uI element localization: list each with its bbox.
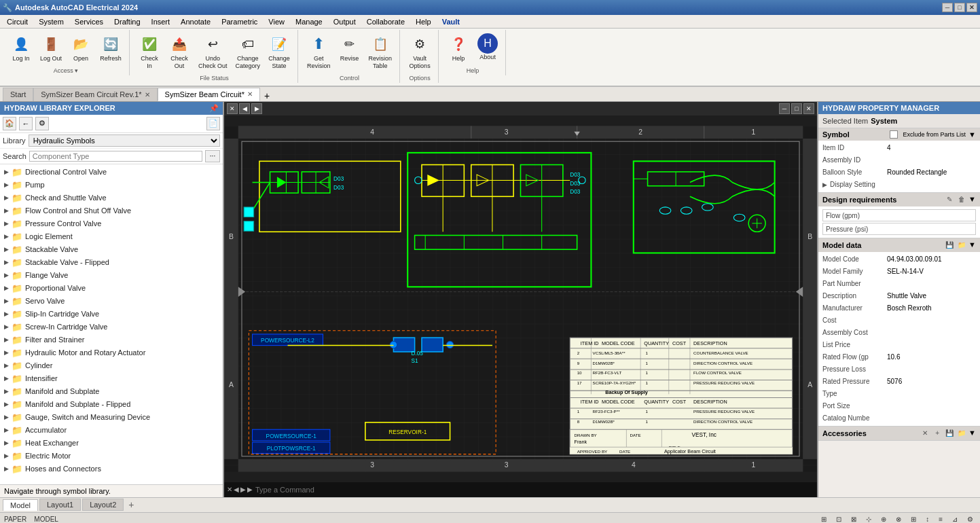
tab-symsizer-active[interactable]: SymSizer Beam Circuit* ✕ — [158, 88, 260, 101]
accessories-header[interactable]: Accessories ✕ + 💾 📁 ▼ — [818, 427, 980, 440]
cmd-nav-button[interactable]: ▶ — [247, 486, 253, 493]
menu-annotate[interactable]: Annotate — [175, 16, 216, 27]
restore-button[interactable]: □ — [954, 3, 965, 12]
undo-check-out-button[interactable]: ↩ UndoCheck Out — [195, 31, 231, 72]
canvas-nav-left[interactable]: ◀ — [239, 103, 250, 114]
tree-item-check-shuttle[interactable]: ▶ 📁 Check and Shuttle Valve — [0, 192, 223, 204]
menu-parametric[interactable]: Parametric — [216, 16, 263, 27]
tree-item-gauge[interactable]: ▶ 📁 Gauge, Switch and Measuring Device — [0, 411, 223, 424]
change-state-button[interactable]: 📝 ChangeState — [265, 31, 293, 72]
menu-output[interactable]: Output — [328, 16, 361, 27]
otrack-button[interactable]: ⊗ — [893, 516, 904, 523]
menu-collaborate[interactable]: Collaborate — [361, 16, 410, 27]
design-req-edit-button[interactable]: ✎ — [944, 195, 955, 204]
cmd-back-button[interactable]: ◀ — [234, 486, 239, 493]
toolbar-back-button[interactable]: ← — [19, 117, 33, 130]
tree-item-flow-control[interactable]: ▶ 📁 Flow Control and Shut Off Valve — [0, 204, 223, 217]
canvas-nav-right[interactable]: ▶ — [251, 103, 262, 114]
exclude-checkbox[interactable] — [890, 130, 898, 139]
about-button[interactable]: H About — [474, 31, 501, 65]
toolbar-options-button[interactable]: 📄 — [206, 117, 220, 130]
tab-layout1[interactable]: Layout1 — [39, 499, 81, 511]
tree-item-cylinder[interactable]: ▶ 📁 Cylinder — [0, 359, 223, 372]
tab-symsizer-active-close[interactable]: ✕ — [247, 90, 253, 98]
change-category-button[interactable]: 🏷 ChangeCategory — [232, 31, 264, 72]
cmd-x-button[interactable]: ✕ — [227, 486, 232, 493]
accessories-save-button[interactable]: 💾 — [944, 429, 955, 438]
canvas-max-button[interactable]: ✕ — [803, 103, 814, 114]
settings-button[interactable]: ⚙ — [964, 516, 976, 523]
vault-options-button[interactable]: ⚙ VaultOptions — [405, 31, 434, 72]
tab-layout2[interactable]: Layout2 — [82, 499, 124, 511]
tree-item-heat-exchanger[interactable]: ▶ 📁 Heat Exchanger — [0, 437, 223, 450]
accessories-add-button[interactable]: + — [932, 429, 943, 438]
canvas-viewport[interactable]: 4 3 2 1 3 4 3 1 B A — [224, 115, 817, 482]
toolbar-home-button[interactable]: 🏠 — [3, 117, 16, 130]
menu-system[interactable]: System — [33, 16, 69, 27]
snap-button[interactable]: ⊡ — [833, 516, 844, 523]
revise-button[interactable]: ✏ Revise — [335, 31, 364, 72]
display-expand-icon[interactable]: ▶ — [822, 181, 827, 188]
tree-item-logic[interactable]: ▶ 📁 Logic Element — [0, 230, 223, 243]
help-button[interactable]: ❓ Help — [444, 31, 473, 65]
log-in-button[interactable]: 👤 Log In — [7, 31, 35, 65]
accessories-close-button[interactable]: ✕ — [920, 429, 930, 438]
tp-button[interactable]: ⊿ — [949, 516, 960, 523]
tree-item-manifold-flipped[interactable]: ▶ 📁 Manifold and Subplate - Flipped — [0, 398, 223, 411]
tree-item-servo[interactable]: ▶ 📁 Servo Valve — [0, 295, 223, 308]
tree-item-electric-motor[interactable]: ▶ 📁 Electric Motor — [0, 450, 223, 463]
tree-item-pressure[interactable]: ▶ 📁 Pressure Control Valve — [0, 217, 223, 230]
get-revision-button[interactable]: ⬆ GetRevision — [304, 31, 334, 72]
menu-insert[interactable]: Insert — [146, 16, 176, 27]
model-save-button[interactable]: 💾 — [944, 240, 955, 250]
check-in-button[interactable]: ✅ CheckIn — [135, 31, 164, 72]
close-button[interactable]: ✕ — [966, 3, 977, 12]
ucs-button[interactable]: ⊞ — [908, 516, 919, 523]
check-out-button[interactable]: 📤 CheckOut — [165, 31, 194, 72]
library-select[interactable]: Hydraulic Symbols — [29, 134, 220, 147]
grid-button[interactable]: ⊞ — [818, 516, 829, 523]
menu-services[interactable]: Services — [69, 16, 109, 27]
design-req-delete-button[interactable]: 🗑 — [956, 195, 967, 204]
menu-manage[interactable]: Manage — [290, 16, 328, 27]
tree-item-intensifier[interactable]: ▶ 📁 Intensifier — [0, 372, 223, 385]
canvas-min-button[interactable]: ─ — [779, 103, 790, 114]
minimize-button[interactable]: ─ — [942, 3, 953, 12]
tree-item-hoses[interactable]: ▶ 📁 Hoses and Connectors — [0, 463, 223, 475]
tree-item-hydraulic-motor[interactable]: ▶ 📁 Hydraulic Motor and Rotary Actuator — [0, 346, 223, 359]
model-load-button[interactable]: 📁 — [956, 240, 967, 250]
tree-item-screw-in[interactable]: ▶ 📁 Screw-In Cartridge Valve — [0, 321, 223, 333]
canvas-restore-button[interactable]: □ — [791, 103, 802, 114]
tree-item-filter[interactable]: ▶ 📁 Filter and Strainer — [0, 333, 223, 346]
tree-item-directional[interactable]: ▶ 📁 Directional Control Valve — [0, 166, 223, 179]
tab-symsizer-rev1[interactable]: SymSizer Beam Circuit Rev.1* ✕ — [33, 88, 157, 101]
tab-model[interactable]: Model — [3, 499, 38, 511]
pin-icon[interactable]: 📌 — [209, 104, 219, 113]
search-input[interactable] — [29, 151, 202, 162]
menu-circuit[interactable]: Circuit — [1, 16, 33, 27]
menu-view[interactable]: View — [263, 16, 290, 27]
refresh-button[interactable]: 🔄 Refresh — [96, 31, 125, 65]
command-input[interactable] — [255, 486, 814, 494]
tree-item-slip-in[interactable]: ▶ 📁 Slip-In Cartridge Valve — [0, 308, 223, 321]
cmd-forward-button[interactable]: ▶ — [240, 486, 246, 493]
toolbar-nav-button[interactable]: ⚙ — [35, 117, 49, 130]
tree-item-proportional[interactable]: ▶ 📁 Proportional Valve — [0, 282, 223, 295]
open-button[interactable]: 📂 Open — [67, 31, 95, 65]
accessories-load-button[interactable]: 📁 — [956, 429, 967, 438]
tree-item-manifold[interactable]: ▶ 📁 Manifold and Subplate — [0, 385, 223, 398]
polar-button[interactable]: ⊹ — [863, 516, 874, 523]
menu-vault[interactable]: Vault — [437, 16, 465, 27]
lw-button[interactable]: ≡ — [936, 516, 945, 523]
tab-symsizer-rev1-close[interactable]: ✕ — [145, 91, 150, 98]
search-options-button[interactable]: ··· — [205, 150, 220, 162]
ortho-button[interactable]: ⊠ — [848, 516, 859, 523]
tab-add-button[interactable]: + — [125, 499, 137, 511]
tree-item-accumulator[interactable]: ▶ 📁 Accumulator — [0, 424, 223, 437]
tab-new-button[interactable]: + — [260, 90, 274, 101]
model-data-header[interactable]: Model data 💾 📁 ▼ — [818, 238, 980, 252]
tree-item-pump[interactable]: ▶ 📁 Pump — [0, 179, 223, 192]
canvas-close-button[interactable]: ✕ — [227, 103, 238, 114]
osnap-button[interactable]: ⊕ — [878, 516, 889, 523]
tree-item-stackable[interactable]: ▶ 📁 Stackable Valve — [0, 243, 223, 256]
